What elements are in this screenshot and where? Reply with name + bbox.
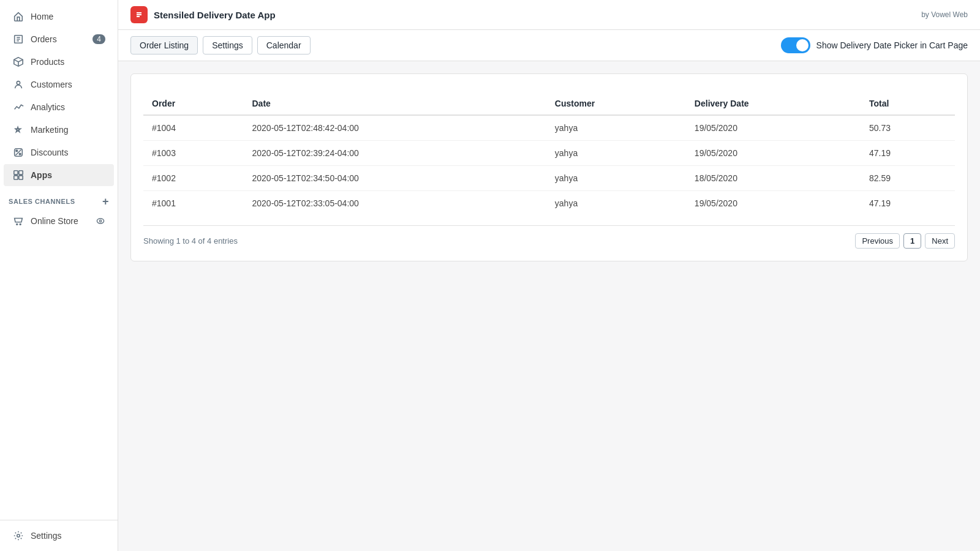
sidebar-item-analytics[interactable]: Analytics [4,96,114,118]
table-body: #1004 2020-05-12T02:48:42-04:00 yahya 19… [143,115,955,216]
cell-customer-3: yahya [546,191,686,216]
app-logo [130,6,148,23]
cell-date-1: 2020-05-12T02:39:24-04:00 [244,141,546,166]
svg-rect-7 [14,176,18,179]
cell-order-0: #1004 [143,115,244,141]
discounts-icon [12,146,24,159]
main-content: Stensiled Delivery Date App by Vowel Web… [118,0,980,551]
pagination-info: Showing 1 to 4 of 4 entries [143,236,238,246]
delivery-date-toggle[interactable] [781,37,810,53]
pagination-controls: Previous 1 Next [855,233,955,249]
cell-order-1: #1003 [143,141,244,166]
sales-channels-header: SALES CHANNELS + [0,190,118,209]
app-title: Stensiled Delivery Date App [154,10,276,20]
svg-point-12 [99,220,101,222]
orders-table: Order Date Customer Delivery Date Total … [143,92,955,216]
toolbar-buttons: Order Listing Settings Calendar [130,36,311,54]
cell-order-2: #1002 [143,166,244,191]
svg-point-10 [20,224,21,225]
sidebar-item-products-label: Products [31,57,64,67]
sidebar-item-marketing[interactable]: Marketing [4,119,114,141]
cell-customer-1: yahya [546,141,686,166]
online-store-icon [12,215,24,227]
online-store-eye-icon[interactable] [96,216,105,226]
products-icon [12,56,24,68]
sidebar-item-marketing-label: Marketing [31,125,68,135]
cell-delivery-date-2: 18/05/2020 [686,166,861,191]
apps-icon [12,169,24,181]
cell-delivery-date-0: 19/05/2020 [686,115,861,141]
table-row[interactable]: #1001 2020-05-12T02:33:05-04:00 yahya 19… [143,191,955,216]
home-icon [12,10,24,23]
toggle-container: Show Delivery Date Picker in Cart Page [781,37,968,53]
sidebar-item-customers[interactable]: Customers [4,73,114,96]
orders-icon [12,33,24,45]
sidebar-item-home[interactable]: Home [4,6,114,28]
col-date: Date [244,92,546,115]
sidebar-item-discounts[interactable]: Discounts [4,141,114,163]
cell-order-3: #1001 [143,191,244,216]
customers-icon [12,78,24,91]
sidebar-item-apps-label: Apps [31,170,52,180]
add-sales-channel-button[interactable]: + [102,196,109,207]
pagination-next-button[interactable]: Next [925,233,955,249]
toggle-track [781,37,810,53]
analytics-icon [12,101,24,113]
col-customer: Customer [546,92,686,115]
sidebar-item-customers-label: Customers [31,80,72,89]
settings-button[interactable]: Settings [203,36,252,54]
toggle-label: Show Delivery Date Picker in Cart Page [816,40,968,50]
table-row[interactable]: #1002 2020-05-12T02:34:50-04:00 yahya 18… [143,166,955,191]
sidebar-item-apps[interactable]: Apps [4,164,114,186]
col-total: Total [861,92,955,115]
pagination-previous-button[interactable]: Previous [855,233,900,249]
cell-date-3: 2020-05-12T02:33:05-04:00 [244,191,546,216]
svg-point-3 [19,153,21,155]
cell-total-0: 50.73 [861,115,955,141]
toggle-thumb [796,39,809,51]
settings-icon [12,530,24,542]
content-area: Order Date Customer Delivery Date Total … [118,61,980,551]
svg-point-11 [97,219,104,223]
sidebar-item-products[interactable]: Products [4,51,114,73]
cell-customer-2: yahya [546,166,686,191]
cell-delivery-date-1: 19/05/2020 [686,141,861,166]
sidebar-item-orders[interactable]: Orders 4 [4,28,114,50]
sidebar-item-discounts-label: Discounts [31,148,68,157]
calendar-button[interactable]: Calendar [257,36,311,54]
svg-point-9 [17,224,18,225]
marketing-icon [12,124,24,136]
sales-channels-label: SALES CHANNELS [9,198,75,205]
cell-customer-0: yahya [546,115,686,141]
app-header-left: Stensiled Delivery Date App [130,6,276,23]
svg-point-2 [16,150,18,152]
toolbar: Order Listing Settings Calendar Show Del… [118,30,980,61]
pagination-page-1-button[interactable]: 1 [903,233,921,249]
table-row[interactable]: #1003 2020-05-12T02:39:24-04:00 yahya 19… [143,141,955,166]
sidebar-item-online-store[interactable]: Online Store [4,210,114,232]
sidebar-item-home-label: Home [31,12,53,21]
cell-date-0: 2020-05-12T02:48:42-04:00 [244,115,546,141]
col-order: Order [143,92,244,115]
order-listing-button[interactable]: Order Listing [130,36,198,54]
sidebar: Home Orders 4 Products [0,0,118,551]
cell-date-2: 2020-05-12T02:34:50-04:00 [244,166,546,191]
svg-rect-5 [14,171,18,174]
col-delivery-date: Delivery Date [686,92,861,115]
svg-point-13 [17,534,20,538]
sidebar-item-settings[interactable]: Settings [4,525,114,547]
orders-card: Order Date Customer Delivery Date Total … [130,73,968,261]
app-by-label: by Vowel Web [921,10,968,19]
orders-badge: 4 [92,34,105,44]
svg-point-1 [17,81,20,84]
svg-rect-8 [19,176,23,179]
svg-rect-6 [19,171,23,174]
table-row[interactable]: #1004 2020-05-12T02:48:42-04:00 yahya 19… [143,115,955,141]
table-header: Order Date Customer Delivery Date Total [143,92,955,115]
cell-total-3: 47.19 [861,191,955,216]
cell-total-2: 82.59 [861,166,955,191]
sidebar-item-analytics-label: Analytics [31,102,65,112]
cell-delivery-date-3: 19/05/2020 [686,191,861,216]
app-header: Stensiled Delivery Date App by Vowel Web [118,0,980,30]
sidebar-item-orders-label: Orders [31,34,57,44]
